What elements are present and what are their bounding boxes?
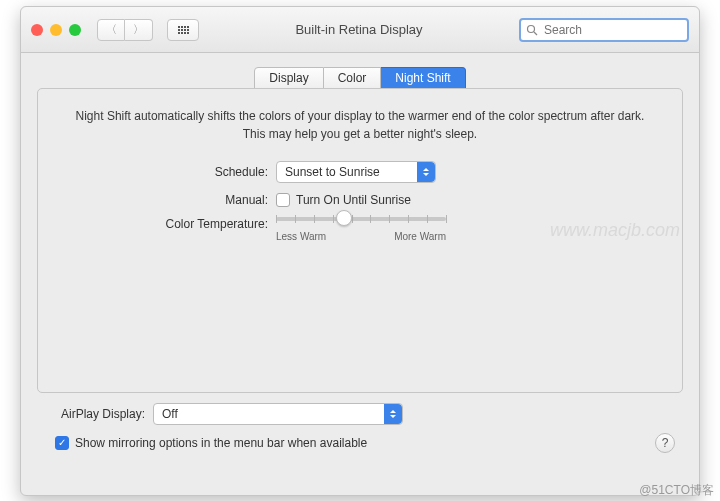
slider-labels: Less Warm More Warm (276, 231, 446, 242)
manual-label: Manual: (64, 193, 276, 207)
schedule-label: Schedule: (64, 165, 276, 179)
colortemp-row: Color Temperature: Less Warm More Warm (64, 217, 656, 242)
search-input[interactable] (542, 22, 696, 38)
dropdown-arrows-icon (417, 162, 435, 182)
chevron-right-icon: 〉 (133, 22, 144, 37)
slider-knob[interactable] (336, 210, 352, 226)
tab-display[interactable]: Display (254, 67, 323, 89)
manual-row: Manual: Turn On Until Sunrise (64, 193, 656, 207)
help-button[interactable]: ? (655, 433, 675, 453)
tab-bar: Display Color Night Shift (37, 67, 683, 89)
nav-buttons: 〈 〉 (97, 19, 153, 41)
airplay-label: AirPlay Display: (45, 407, 153, 421)
mirror-checkbox-group[interactable]: Show mirroring options in the menu bar w… (55, 436, 367, 450)
mirror-checkbox[interactable] (55, 436, 69, 450)
mirror-row: Show mirroring options in the menu bar w… (45, 433, 675, 453)
tab-night-shift[interactable]: Night Shift (381, 67, 465, 89)
back-button[interactable]: 〈 (97, 19, 125, 41)
chevron-left-icon: 〈 (106, 22, 117, 37)
tab-color[interactable]: Color (324, 67, 382, 89)
dropdown-arrows-icon (384, 404, 402, 424)
mirror-text: Show mirroring options in the menu bar w… (75, 436, 367, 450)
show-all-button[interactable] (167, 19, 199, 41)
slider-track (276, 217, 446, 221)
prefs-window: 〈 〉 Built-in Retina Display Display Colo… (20, 6, 700, 496)
airplay-value: Off (162, 407, 178, 421)
corner-attribution: @51CTO博客 (639, 482, 714, 499)
window-controls (31, 24, 81, 36)
slider-right-label: More Warm (394, 231, 446, 242)
minimize-button[interactable] (50, 24, 62, 36)
colortemp-slider[interactable]: Less Warm More Warm (276, 217, 446, 242)
schedule-row: Schedule: Sunset to Sunrise (64, 161, 656, 183)
grid-icon (178, 26, 189, 34)
airplay-row: AirPlay Display: Off (45, 403, 675, 425)
forward-button[interactable]: 〉 (125, 19, 153, 41)
zoom-button[interactable] (69, 24, 81, 36)
manual-checkbox-group[interactable]: Turn On Until Sunrise (276, 193, 411, 207)
close-button[interactable] (31, 24, 43, 36)
svg-line-1 (534, 32, 537, 35)
svg-point-0 (528, 25, 535, 32)
description-text: Night Shift automatically shifts the col… (64, 107, 656, 143)
content-area: Display Color Night Shift Night Shift au… (21, 53, 699, 495)
search-icon (526, 24, 538, 36)
help-icon: ? (662, 436, 669, 450)
manual-checkbox[interactable] (276, 193, 290, 207)
bottom-area: AirPlay Display: Off Show mirroring opti… (37, 393, 683, 463)
slider-left-label: Less Warm (276, 231, 326, 242)
window-title: Built-in Retina Display (207, 22, 511, 37)
schedule-select[interactable]: Sunset to Sunrise (276, 161, 436, 183)
airplay-select[interactable]: Off (153, 403, 403, 425)
titlebar: 〈 〉 Built-in Retina Display (21, 7, 699, 53)
night-shift-panel: Night Shift automatically shifts the col… (37, 88, 683, 393)
colortemp-label: Color Temperature: (64, 217, 276, 231)
search-field[interactable] (519, 18, 689, 42)
manual-text: Turn On Until Sunrise (296, 193, 411, 207)
schedule-value: Sunset to Sunrise (285, 165, 380, 179)
